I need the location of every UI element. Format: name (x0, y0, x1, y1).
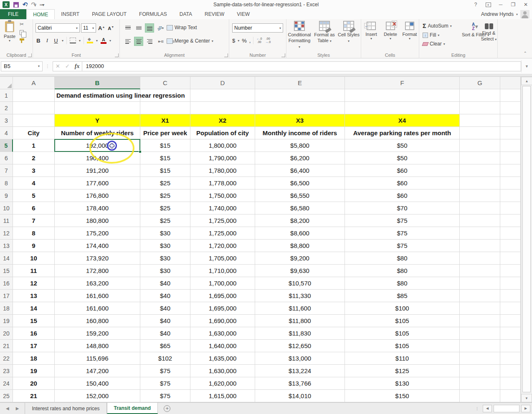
cell-G9[interactable] (460, 189, 500, 202)
name-box[interactable]: B5▾ (1, 61, 43, 71)
cell-G18[interactable] (460, 302, 500, 315)
cell-B22[interactable]: 115,696 (55, 352, 140, 365)
cell-D10[interactable]: 1,740,000 (190, 202, 255, 215)
cell-A10[interactable]: 6 (13, 202, 55, 215)
font-name-combo[interactable]: Calibri▾ (35, 23, 80, 33)
cell-F21[interactable]: $105 (345, 340, 460, 352)
cell-G12[interactable] (460, 227, 500, 240)
cell-F12[interactable]: $75 (345, 227, 460, 240)
cell-C7[interactable]: $15 (140, 164, 190, 177)
cell-G8[interactable] (460, 177, 500, 189)
wrap-text-button[interactable]: Wrap Text (167, 25, 197, 30)
cell-B8[interactable]: 177,600 (55, 177, 140, 189)
cell-A15[interactable]: 11 (13, 265, 55, 277)
cell-G10[interactable] (460, 202, 500, 215)
cell-C17[interactable]: $40 (140, 290, 190, 302)
cell-C13[interactable]: $30 (140, 240, 190, 252)
cell-C2[interactable] (140, 102, 190, 114)
cell-E14[interactable]: $9,200 (255, 252, 345, 265)
cell-E21[interactable]: $12,650 (255, 340, 345, 352)
cell-A17[interactable]: 13 (13, 290, 55, 302)
cell-B14[interactable]: 173,920 (55, 252, 140, 265)
cell-partial-8[interactable] (500, 177, 521, 189)
cell-B21[interactable]: 148,800 (55, 340, 140, 352)
cell-E1[interactable] (255, 89, 345, 102)
cell-C15[interactable]: $30 (140, 265, 190, 277)
cell-G17[interactable] (460, 290, 500, 302)
row-header-5[interactable]: 5 (0, 139, 13, 152)
cell-B10[interactable]: 178,400 (55, 202, 140, 215)
cell-F16[interactable]: $80 (345, 277, 460, 290)
cell-G21[interactable] (460, 340, 500, 352)
minimize-icon[interactable]: ─ (494, 0, 507, 9)
ribbon-tab-file[interactable]: FILE (0, 9, 26, 19)
expand-formula-bar-icon[interactable]: ▼ (521, 60, 532, 73)
bold-button[interactable]: B (35, 38, 41, 44)
cell-F17[interactable]: $85 (345, 290, 460, 302)
row-header-15[interactable]: 15 (0, 265, 13, 277)
font-dialog-launcher[interactable] (115, 53, 119, 57)
align-left-icon[interactable] (123, 37, 132, 46)
row-header-19[interactable]: 19 (0, 315, 13, 327)
fill-color-icon[interactable] (87, 38, 93, 43)
cell-E16[interactable]: $10,570 (255, 277, 345, 290)
cell-D16[interactable]: 1,700,000 (190, 277, 255, 290)
italic-button[interactable]: I (44, 37, 50, 44)
cell-G20[interactable] (460, 327, 500, 340)
cell-C12[interactable]: $30 (140, 227, 190, 240)
cell-F10[interactable]: $70 (345, 202, 460, 215)
cell-E10[interactable]: $6,580 (255, 202, 345, 215)
cell-A3[interactable] (13, 114, 55, 127)
cell-G19[interactable] (460, 315, 500, 327)
cell-E19[interactable]: $11,800 (255, 315, 345, 327)
cell-G15[interactable] (460, 265, 500, 277)
cell-partial-22[interactable] (500, 352, 521, 365)
cell-B11[interactable]: 180,800 (55, 215, 140, 227)
row-header-12[interactable]: 12 (0, 227, 13, 240)
cell-D9[interactable]: 1,750,000 (190, 189, 255, 202)
cell-E12[interactable]: $8,600 (255, 227, 345, 240)
restore-icon[interactable]: ❐ (507, 0, 519, 9)
align-right-icon[interactable] (145, 37, 154, 46)
ribbon-tab-review[interactable]: REVIEW (198, 9, 231, 19)
cell-F24[interactable]: $130 (345, 377, 460, 390)
cell-A8[interactable]: 4 (13, 177, 55, 189)
cell-E17[interactable]: $11,330 (255, 290, 345, 302)
column-header-D[interactable]: D (190, 77, 255, 89)
row-header-4[interactable]: 4 (0, 127, 13, 139)
horizontal-scroll-thumb[interactable] (494, 405, 519, 412)
cell-G7[interactable] (460, 164, 500, 177)
cell-G2[interactable] (460, 102, 500, 114)
cell-E20[interactable]: $11,830 (255, 327, 345, 340)
font-size-combo[interactable]: 11▾ (81, 23, 96, 33)
bottom-align-icon[interactable] (145, 23, 154, 33)
cell-G11[interactable] (460, 215, 500, 227)
cell-E5[interactable]: $5,800 (255, 139, 345, 152)
cell-F20[interactable]: $105 (345, 327, 460, 340)
format-painter-icon[interactable] (20, 38, 24, 43)
cell-E11[interactable]: $8,200 (255, 215, 345, 227)
cell-F18[interactable]: $100 (345, 302, 460, 315)
cell-B18[interactable]: 161,600 (55, 302, 140, 315)
column-header-partial[interactable] (500, 77, 521, 89)
cell-partial-3[interactable] (500, 114, 521, 127)
ribbon-tab-data[interactable]: DATA (173, 9, 198, 19)
fill-button[interactable]: ↓Fill▾ (423, 32, 452, 38)
cell-A5[interactable]: 1 (13, 139, 55, 152)
row-header-16[interactable]: 16 (0, 277, 13, 290)
increase-decimal-icon[interactable]: ←.0.00 (256, 37, 262, 44)
cell-C9[interactable]: $25 (140, 189, 190, 202)
formula-input[interactable]: 192000 (82, 61, 521, 71)
cell-partial-5[interactable] (500, 139, 521, 152)
orientation-icon[interactable]: ab▾ (156, 23, 165, 33)
column-header-G[interactable]: G (460, 77, 500, 89)
cell-A2[interactable] (13, 102, 55, 114)
cell-C23[interactable]: $75 (140, 365, 190, 377)
row-header-21[interactable]: 21 (0, 340, 13, 352)
cell-partial-16[interactable] (500, 277, 521, 290)
undo-button[interactable]: ↶▾ (23, 1, 28, 8)
increase-font-icon[interactable]: A▲ (97, 25, 106, 31)
customize-qat-icon[interactable]: ═▾ (40, 3, 44, 7)
cell-G13[interactable] (460, 240, 500, 252)
cancel-icon[interactable]: ✕ (56, 63, 60, 69)
